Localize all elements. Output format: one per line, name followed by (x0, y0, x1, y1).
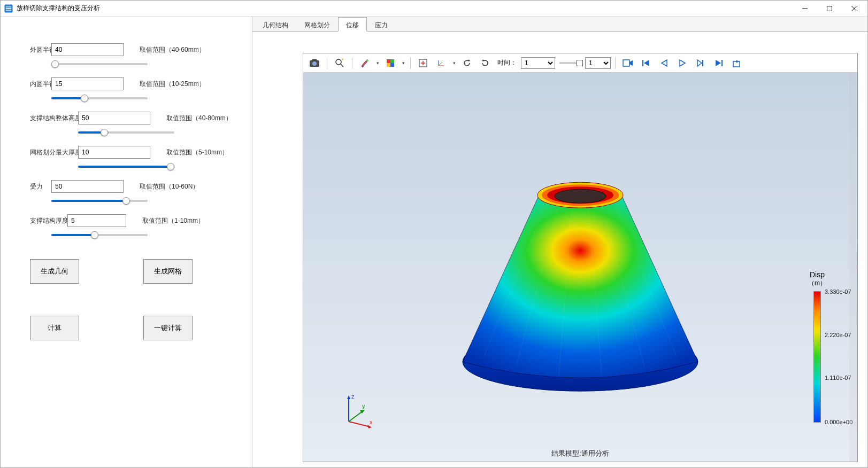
thickness-slider[interactable] (51, 234, 148, 236)
export-icon[interactable] (729, 56, 745, 71)
zoom-icon[interactable] (332, 56, 348, 71)
skip-first-icon[interactable] (638, 56, 654, 71)
rotate-cw-icon[interactable] (477, 56, 493, 71)
svg-text:z: z (351, 393, 355, 400)
screenshot-icon[interactable] (306, 56, 322, 71)
cube-color-icon[interactable] (382, 56, 398, 71)
rotate-ccw-icon[interactable] (459, 56, 475, 71)
one-click-compute-button[interactable]: 一键计算 (143, 316, 193, 340)
svg-rect-20 (642, 60, 643, 66)
fit-view-icon[interactable] (415, 56, 431, 71)
scrollbar[interactable] (849, 73, 857, 462)
tab-stress[interactable]: 应力 (367, 17, 396, 32)
skip-last-icon[interactable] (711, 56, 727, 71)
compute-button[interactable]: 计算 (30, 316, 79, 340)
brush-dropdown-icon[interactable]: ▾ (375, 60, 380, 66)
mesh-max-range: 取值范围（5-10mm） (166, 148, 228, 157)
time-slider[interactable] (559, 62, 581, 64)
legend-unit: （m） (788, 279, 847, 288)
height-slider[interactable] (78, 131, 174, 134)
app-icon (4, 4, 13, 13)
tab-mesh[interactable]: 网格划分 (296, 17, 338, 32)
axis-triad-icon: z x y (341, 392, 378, 430)
result-model-label: 结果模型:通用分析 (303, 449, 857, 458)
viewer-toolbar: ▾ ▾ ▾ 时间： 1 1 (303, 53, 857, 73)
mesh-max-input[interactable] (78, 146, 150, 159)
outer-radius-input[interactable] (51, 43, 124, 56)
svg-point-8 (336, 59, 341, 65)
svg-text:x: x (370, 419, 373, 425)
svg-line-18 (439, 62, 442, 66)
thickness-range: 取值范围（1-10mm） (142, 216, 204, 225)
tab-bar: 几何结构 网格划分 位移 应力 (252, 17, 867, 32)
svg-rect-14 (390, 63, 394, 67)
svg-rect-13 (387, 63, 390, 67)
force-slider[interactable] (51, 200, 148, 202)
window-title: 放样切除支撑结构的受压分析 (17, 4, 793, 13)
thickness-input[interactable] (67, 214, 126, 227)
inner-radius-range: 取值范围（10-25mm） (140, 80, 205, 89)
legend-bar: 3.330e-07 2.220e-07 1.110e-07 0.000e+00 (813, 291, 821, 423)
tab-geometry[interactable]: 几何结构 (255, 17, 296, 32)
svg-line-37 (349, 422, 370, 427)
height-label: 支撑结构整体高度 (30, 114, 78, 123)
thickness-label: 支撑结构厚度 (30, 216, 67, 225)
svg-line-9 (341, 64, 343, 67)
cube-color-dropdown-icon[interactable]: ▾ (401, 60, 406, 66)
outer-radius-label: 外圆半径 (30, 45, 51, 54)
svg-rect-11 (387, 59, 390, 63)
legend-tick: 2.220e-07 (825, 332, 851, 338)
force-input[interactable] (51, 180, 124, 193)
legend-tick: 1.110e-07 (825, 375, 851, 381)
svg-line-39 (349, 411, 363, 422)
svg-rect-2 (827, 6, 832, 11)
render-canvas[interactable]: z x y Disp （m） (303, 73, 857, 462)
inner-radius-slider[interactable] (51, 97, 148, 99)
legend-tick: 3.330e-07 (825, 288, 851, 295)
svg-point-6 (312, 61, 317, 66)
legend-title: Disp (788, 270, 847, 279)
force-label: 受力 (30, 182, 43, 191)
mesh-max-label: 网格划分最大厚度 (30, 148, 78, 157)
maximize-button[interactable] (817, 1, 842, 17)
inner-radius-input[interactable] (51, 77, 124, 90)
play-forward-icon[interactable] (674, 56, 690, 71)
minimize-button[interactable] (793, 1, 817, 17)
app-window: 放样切除支撑结构的受压分析 外圆半径 取值范围（40-60mm） 内圆半径 取值… (0, 0, 868, 468)
3d-viewer: ▾ ▾ ▾ 时间： 1 1 (303, 53, 858, 462)
step-combo[interactable]: 1 (585, 57, 611, 69)
tab-displacement[interactable]: 位移 (338, 17, 367, 32)
step-forward-icon[interactable] (693, 56, 709, 71)
svg-rect-12 (390, 59, 394, 63)
parameter-panel: 外圆半径 取值范围（40-60mm） 内圆半径 取值范围（10-25mm） 支撑… (1, 17, 252, 467)
outer-radius-slider[interactable] (51, 63, 148, 65)
svg-point-10 (366, 59, 368, 61)
height-range: 取值范围（40-80mm） (166, 114, 232, 123)
play-back-icon[interactable] (656, 56, 672, 71)
window-controls (793, 1, 866, 17)
title-bar: 放样切除支撑结构的受压分析 (1, 1, 867, 17)
legend-tick: 0.000e+00 (825, 419, 852, 425)
svg-rect-22 (721, 60, 723, 66)
inner-radius-label: 内圆半径 (30, 80, 51, 89)
time-label: 时间： (497, 58, 517, 67)
axes-xyz-icon[interactable] (433, 56, 449, 71)
brush-icon[interactable] (357, 56, 373, 71)
force-range: 取值范围（10-60N） (140, 182, 199, 191)
time-combo[interactable]: 1 (521, 57, 555, 69)
generate-mesh-button[interactable]: 生成网格 (143, 259, 193, 284)
svg-rect-21 (702, 60, 703, 66)
color-legend: Disp （m） 3.330e-07 2.220e-07 1.110e-07 0… (788, 270, 847, 423)
svg-text:y: y (362, 403, 365, 409)
svg-point-28 (555, 190, 606, 204)
outer-radius-range: 取值范围（40-60mm） (140, 45, 205, 54)
result-cone-icon (452, 165, 709, 400)
height-input[interactable] (78, 112, 150, 124)
record-icon[interactable] (620, 56, 636, 71)
generate-geometry-button[interactable]: 生成几何 (30, 259, 79, 284)
main-area: 几何结构 网格划分 位移 应力 ▾ ▾ (252, 17, 867, 467)
close-button[interactable] (842, 1, 866, 17)
mesh-max-slider[interactable] (78, 166, 174, 168)
axes-dropdown-icon[interactable]: ▾ (451, 60, 457, 66)
svg-rect-7 (312, 59, 317, 61)
